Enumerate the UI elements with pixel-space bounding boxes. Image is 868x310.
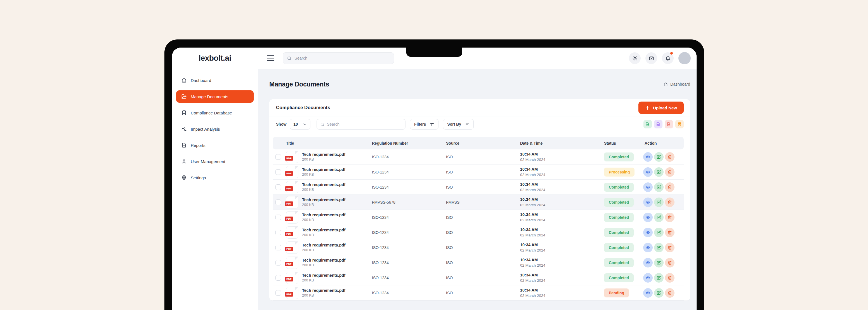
delete-button[interactable] bbox=[665, 213, 675, 222]
upload-new-button[interactable]: Upload New bbox=[639, 101, 684, 114]
actions-cell bbox=[640, 243, 684, 252]
sidebar-item-manage-documents[interactable]: Manage Documents bbox=[176, 90, 254, 103]
sidebar-nav: DashboardManage DocumentsCompliance Data… bbox=[172, 69, 258, 193]
view-button[interactable] bbox=[643, 273, 653, 283]
row-checkbox[interactable] bbox=[275, 169, 281, 175]
document-cell: PDF Tech requirements.pdf 200 KB bbox=[284, 151, 368, 163]
delete-button[interactable] bbox=[665, 288, 675, 298]
date-time-cell: 10:34 AM 02 March 2024 bbox=[516, 227, 600, 238]
edit-button[interactable] bbox=[654, 273, 663, 283]
delete-button[interactable] bbox=[665, 258, 675, 268]
delete-button[interactable] bbox=[665, 152, 675, 162]
edit-button[interactable] bbox=[654, 228, 663, 237]
eye-icon bbox=[646, 170, 650, 174]
document-title: Tech requirements.pdf bbox=[302, 182, 345, 187]
row-checkbox[interactable] bbox=[275, 215, 281, 220]
edit-button[interactable] bbox=[654, 167, 663, 177]
sidebar-item-user-management[interactable]: User Management bbox=[176, 155, 254, 167]
theme-toggle-button[interactable] bbox=[629, 52, 641, 64]
row-checkbox[interactable] bbox=[275, 154, 281, 160]
document-size: 200 KB bbox=[302, 157, 345, 162]
delete-button[interactable] bbox=[665, 182, 675, 192]
date: 02 March 2024 bbox=[520, 157, 600, 162]
document-cell: PDF Tech requirements.pdf 200 KB bbox=[284, 211, 368, 223]
sidebar-item-impact-analysis[interactable]: Impact Analysis bbox=[176, 123, 254, 135]
view-button[interactable] bbox=[643, 182, 653, 192]
trash-icon bbox=[668, 230, 672, 235]
time: 10:34 AM bbox=[520, 212, 600, 218]
row-checkbox[interactable] bbox=[275, 184, 281, 190]
view-button[interactable] bbox=[643, 243, 653, 252]
edit-button[interactable] bbox=[654, 213, 663, 222]
row-checkbox[interactable] bbox=[275, 230, 281, 235]
row-checkbox[interactable] bbox=[275, 275, 281, 281]
document-title: Tech requirements.pdf bbox=[302, 197, 345, 203]
pdf-export-button[interactable] bbox=[665, 120, 673, 128]
table-search-input[interactable] bbox=[327, 122, 402, 126]
delete-button[interactable] bbox=[665, 273, 675, 283]
notifications-button[interactable] bbox=[662, 52, 674, 64]
delete-button[interactable] bbox=[665, 228, 675, 237]
sidebar-item-compliance-database[interactable]: Compliance Database bbox=[176, 106, 254, 119]
document-title: Tech requirements.pdf bbox=[302, 288, 345, 293]
edit-button[interactable] bbox=[654, 182, 663, 192]
view-button[interactable] bbox=[643, 288, 653, 298]
sidebar-item-reports[interactable]: Reports bbox=[176, 139, 254, 151]
breadcrumb[interactable]: Dashboard bbox=[663, 82, 690, 87]
sort-by-button[interactable]: Sort By bbox=[443, 119, 474, 129]
edit-button[interactable] bbox=[654, 197, 663, 207]
edit-button[interactable] bbox=[654, 288, 663, 298]
csv-export-button[interactable] bbox=[644, 120, 652, 128]
print-button[interactable] bbox=[675, 120, 684, 128]
view-button[interactable] bbox=[643, 152, 653, 162]
row-checkbox[interactable] bbox=[275, 290, 281, 296]
edit-icon bbox=[657, 230, 661, 235]
sun-icon bbox=[632, 56, 638, 61]
filters-button[interactable]: Filters bbox=[410, 119, 438, 129]
status-badge: Completed bbox=[604, 228, 634, 237]
page-header: Manage Documents Dashboard bbox=[269, 69, 690, 99]
pdf-file-icon: PDF bbox=[286, 151, 299, 163]
row-checkbox-cell bbox=[273, 169, 284, 175]
delete-button[interactable] bbox=[665, 197, 675, 207]
source: ISO bbox=[442, 291, 516, 295]
main-content: Manage Documents Dashboard Compliance Do… bbox=[258, 69, 696, 310]
sidebar-item-label: Reports bbox=[191, 143, 206, 148]
row-checkbox[interactable] bbox=[275, 199, 281, 205]
edit-button[interactable] bbox=[654, 258, 663, 268]
document-size: 200 KB bbox=[302, 278, 345, 283]
date-time-cell: 10:34 AM 02 March 2024 bbox=[516, 182, 600, 192]
global-search[interactable] bbox=[283, 52, 394, 64]
messages-button[interactable] bbox=[645, 52, 657, 64]
table-search[interactable] bbox=[316, 119, 405, 129]
row-checkbox[interactable] bbox=[275, 260, 281, 266]
gear-icon bbox=[181, 175, 187, 181]
edit-button[interactable] bbox=[654, 243, 663, 252]
view-button[interactable] bbox=[643, 258, 653, 268]
actions-cell bbox=[640, 197, 684, 207]
row-checkbox[interactable] bbox=[275, 245, 281, 250]
time: 10:34 AM bbox=[520, 242, 600, 248]
delete-button[interactable] bbox=[665, 167, 675, 177]
avatar[interactable] bbox=[678, 52, 691, 64]
view-button[interactable] bbox=[643, 167, 653, 177]
pdf-badge: PDF bbox=[285, 202, 293, 206]
view-button[interactable] bbox=[643, 213, 653, 222]
page-size-select[interactable]: 10 bbox=[290, 119, 310, 129]
menu-icon[interactable] bbox=[267, 55, 274, 61]
document-cell: PDF Tech requirements.pdf 200 KB bbox=[284, 256, 368, 269]
status-badge: Completed bbox=[604, 258, 634, 267]
view-button[interactable] bbox=[643, 228, 653, 237]
document-size: 200 KB bbox=[302, 218, 345, 222]
date-time-cell: 10:34 AM 02 March 2024 bbox=[516, 287, 600, 298]
global-search-input[interactable] bbox=[294, 56, 390, 60]
delete-button[interactable] bbox=[665, 243, 675, 252]
xls-export-button[interactable] bbox=[654, 120, 662, 128]
notification-dot bbox=[670, 52, 673, 55]
edit-icon bbox=[657, 245, 661, 250]
view-button[interactable] bbox=[643, 197, 653, 207]
sidebar-item-dashboard[interactable]: Dashboard bbox=[176, 74, 254, 87]
edit-button[interactable] bbox=[654, 152, 663, 162]
source: ISO bbox=[442, 155, 516, 159]
sidebar-item-settings[interactable]: Settings bbox=[176, 172, 254, 184]
